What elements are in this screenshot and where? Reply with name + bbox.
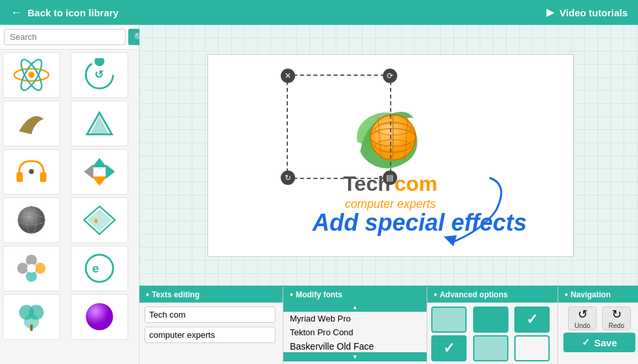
svg-point-31 [86, 303, 113, 331]
back-to-library-button[interactable]: ← Back to icon library [10, 6, 118, 20]
list-item[interactable] [3, 101, 60, 146]
list-item[interactable] [3, 294, 60, 340]
video-icon: ▶ [546, 7, 554, 18]
svg-marker-18 [87, 209, 112, 231]
font-name: Baskerville Old Face [290, 341, 374, 352]
navigation-label: Navigation [571, 290, 611, 299]
logo-com-text: com [395, 172, 438, 196]
list-item[interactable] [3, 52, 60, 98]
redo-button[interactable]: ↻ Redo [602, 306, 631, 330]
list-item[interactable] [3, 149, 60, 195]
video-tutorials-button[interactable]: ▶ Video tutorials [546, 7, 628, 18]
svg-point-22 [17, 263, 28, 274]
header: ← Back to icon library ▶ Video tutorials [0, 0, 638, 25]
texts-editing-content [139, 303, 283, 347]
text-input-1[interactable] [145, 306, 275, 323]
icon-sidebar: 🔍 ↺ [0, 25, 139, 364]
checkmark-icon: ✓ [443, 340, 455, 357]
search-bar: 🔍 [0, 25, 139, 50]
bottom-panel: • Texts editing • Modify fonts ▲ [139, 286, 638, 364]
svg-point-25 [86, 255, 113, 282]
save-checkmark-icon: ✓ [582, 337, 590, 348]
logo-text-line: Tech com [343, 172, 437, 196]
modify-fonts-label: Modify fonts [296, 290, 342, 299]
list-item[interactable]: e [71, 246, 128, 291]
handle-bottom-left[interactable]: ↻ [281, 171, 295, 185]
font-item-tekton[interactable]: Tekton Pro Cond [283, 325, 427, 339]
svg-marker-13 [105, 164, 115, 179]
dot-icon: • [434, 290, 437, 300]
search-input[interactable] [4, 29, 126, 45]
svg-text:⬧: ⬧ [93, 214, 99, 225]
nav-arrows: ↺ Undo ↻ Redo [568, 306, 631, 330]
fonts-scroll-area: ▲ Myriad Web Pro Tekton Pro Cond Baskerv… [283, 303, 427, 361]
diamond-icon: ⬧ [80, 203, 118, 237]
list-item[interactable] [71, 149, 128, 195]
handle-top-left[interactable]: ✕ [281, 69, 295, 83]
sphere-icon [12, 203, 50, 237]
svg-rect-8 [40, 172, 46, 182]
canvas-area: ✕ ⟳ ↻ ▤ [139, 25, 638, 364]
atom-icon [12, 58, 50, 92]
font-item-baskerville[interactable]: Baskerville Old Face [283, 339, 427, 352]
undo-button[interactable]: ↺ Undo [568, 306, 597, 330]
list-item[interactable] [3, 197, 60, 243]
globe-logo-icon [354, 107, 426, 172]
advanced-section: • Advanced options ✓ ✓ [427, 287, 558, 364]
adv-btn-6[interactable] [514, 335, 550, 361]
svg-marker-12 [84, 164, 93, 179]
purple-sphere-icon [80, 300, 118, 334]
svg-point-3 [28, 72, 34, 78]
logo-container: Tech com computer experts [343, 107, 437, 211]
redo-icon: ↻ [612, 307, 622, 322]
svg-marker-10 [92, 158, 107, 167]
adv-btn-4[interactable]: ✓ [431, 335, 467, 361]
list-item[interactable] [71, 101, 128, 146]
video-label: Video tutorials [559, 7, 628, 18]
circle-logo-icon: e [80, 252, 118, 286]
icon-grid: ↺ [0, 50, 139, 364]
boomerang-icon [12, 107, 50, 141]
svg-point-5 [94, 58, 104, 66]
svg-rect-7 [16, 172, 22, 182]
checkmark-icon: ✓ [526, 311, 538, 328]
adv-btn-3[interactable]: ✓ [514, 306, 550, 333]
undo-icon: ↺ [578, 307, 588, 322]
save-button[interactable]: ✓ Save [563, 333, 635, 352]
advanced-options-label: Advanced options [440, 290, 508, 299]
main-layout: 🔍 ↺ [0, 25, 638, 364]
list-item[interactable]: ↺ [71, 52, 128, 98]
font-name: Myriad Web Pro [290, 314, 351, 323]
arrows-icon [80, 155, 118, 189]
svg-text:e: e [92, 261, 99, 275]
undo-label: Undo [575, 322, 590, 329]
fonts-header: • Modify fonts [283, 287, 427, 303]
svg-point-24 [27, 264, 35, 273]
fonts-scroll-down[interactable]: ▼ [283, 352, 427, 361]
fonts-list: Myriad Web Pro Tekton Pro Cond Baskervil… [283, 312, 427, 352]
adv-btn-2[interactable] [473, 306, 508, 333]
text-input-2[interactable] [145, 327, 275, 343]
handle-top-right[interactable]: ⟳ [383, 69, 397, 83]
adv-btn-1[interactable] [431, 306, 467, 333]
font-item-myriad[interactable]: Myriad Web Pro [283, 312, 427, 325]
list-item[interactable] [71, 294, 128, 340]
list-item[interactable]: ⬧ [71, 197, 128, 243]
logo-tech-text: Tech [343, 172, 390, 196]
texts-editing-header: • Texts editing [139, 287, 283, 303]
adv-btn-5[interactable] [473, 335, 508, 361]
svg-rect-30 [30, 325, 33, 331]
list-item[interactable] [3, 246, 60, 291]
fonts-section: • Modify fonts ▲ Myriad Web Pro Tekton P… [283, 287, 427, 364]
svg-point-14 [18, 207, 45, 234]
redo-label: Redo [609, 322, 624, 329]
svg-point-9 [29, 169, 34, 174]
center-area: ✕ ⟳ ↻ ▤ [139, 25, 638, 364]
advanced-header: • Advanced options [427, 287, 558, 303]
headphones-icon [12, 155, 50, 189]
dot-icon: • [290, 290, 293, 300]
svg-marker-11 [92, 176, 107, 186]
fonts-scroll-up[interactable]: ▲ [283, 303, 427, 312]
flower-icon [12, 252, 50, 286]
back-label: Back to icon library [27, 7, 118, 18]
